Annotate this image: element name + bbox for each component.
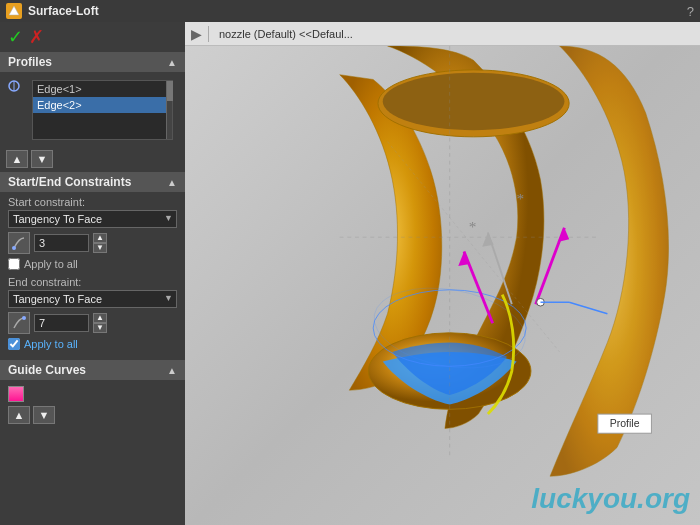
end-spinner: ▲ ▼	[93, 313, 107, 333]
action-row: ✓ ✗	[0, 22, 185, 52]
end-apply-label: Apply to all	[24, 338, 78, 350]
title-bar: Surface-Loft ?	[0, 0, 700, 22]
start-constraint-select[interactable]: Tangency To Face None Normal To Profile	[8, 210, 177, 228]
viewport-toolbar: ▶ nozzle (Default) <<Defaul...	[185, 22, 700, 46]
constraints-inner: Start constraint: Tangency To Face None …	[0, 192, 185, 360]
svg-point-7	[383, 73, 565, 130]
start-number-input[interactable]	[34, 234, 89, 252]
end-apply-checkbox[interactable]	[8, 338, 20, 350]
start-apply-checkbox[interactable]	[8, 258, 20, 270]
end-spinner-down[interactable]: ▼	[93, 323, 107, 333]
profile-up-button[interactable]: ▲	[6, 150, 28, 168]
app-icon	[6, 3, 22, 19]
start-tangent-icon[interactable]	[8, 232, 30, 254]
svg-marker-18	[558, 228, 569, 242]
end-constraint-label: End constraint:	[8, 276, 177, 288]
start-apply-label: Apply to all	[24, 258, 78, 270]
guide-arrow-buttons: ▲ ▼	[8, 406, 177, 424]
viewport[interactable]: ▶ nozzle (Default) <<Defaul...	[185, 22, 700, 525]
end-number-row: ▲ ▼	[8, 312, 177, 334]
guide-down-button[interactable]: ▼	[33, 406, 55, 424]
profiles-container: Edge<1> Edge<2>	[6, 76, 179, 144]
profile-item-2-name: Edge<2>	[37, 99, 82, 111]
constraints-collapse-icon: ▲	[167, 177, 177, 188]
svg-text:*: *	[517, 190, 525, 207]
profile-icons-col	[6, 76, 22, 144]
help-button[interactable]: ?	[687, 4, 694, 19]
profile-icon-1	[6, 78, 22, 94]
profile-down-button[interactable]: ▼	[31, 150, 53, 168]
profiles-scrollbar-thumb[interactable]	[167, 81, 173, 101]
start-constraint-label: Start constraint:	[8, 196, 177, 208]
profile-move-buttons: ▲ ▼	[6, 150, 179, 168]
start-constraint-select-wrapper: Tangency To Face None Normal To Profile	[8, 210, 177, 232]
svg-text:Profile: Profile	[610, 417, 640, 429]
main-layout: ✓ ✗ Profiles ▲ Edge<1>	[0, 22, 700, 525]
svg-point-4	[22, 316, 26, 320]
guide-curves-label: Guide Curves	[8, 363, 86, 377]
profiles-list-row: Edge<1> Edge<2>	[6, 76, 179, 144]
window-title: Surface-Loft	[28, 4, 681, 18]
3d-shape-canvas: * * Profile	[185, 46, 700, 525]
end-spinner-up[interactable]: ▲	[93, 313, 107, 323]
start-number-row: ▲ ▼	[8, 232, 177, 254]
start-spinner: ▲ ▼	[93, 233, 107, 253]
guide-icon-row-1	[8, 386, 177, 402]
profiles-section-header[interactable]: Profiles ▲	[0, 52, 185, 72]
svg-text:*: *	[469, 218, 477, 235]
end-constraint-select[interactable]: Tangency To Face None Normal To Profile	[8, 290, 177, 308]
cancel-button[interactable]: ✗	[29, 26, 44, 48]
guide-up-button[interactable]: ▲	[8, 406, 30, 424]
guide-curves-collapse-icon: ▲	[167, 365, 177, 376]
end-tangent-icon[interactable]	[8, 312, 30, 334]
start-spinner-up[interactable]: ▲	[93, 233, 107, 243]
end-constraint-select-wrapper: Tangency To Face None Normal To Profile	[8, 290, 177, 312]
guide-curves-section-header[interactable]: Guide Curves ▲	[0, 360, 185, 380]
nav-arrow-icon[interactable]: ▶	[191, 26, 202, 42]
watermark: luckyou.org	[531, 483, 690, 515]
profiles-list: Edge<1> Edge<2>	[32, 80, 173, 140]
profile-item-1[interactable]: Edge<1>	[33, 81, 172, 97]
guide-curves-inner: ▲ ▼	[0, 380, 185, 428]
constraints-label: Start/End Constraints	[8, 175, 131, 189]
profiles-scrollbar[interactable]	[166, 81, 172, 139]
guide-color-strip	[8, 386, 24, 402]
accept-button[interactable]: ✓	[8, 26, 23, 48]
profile-item-2[interactable]: Edge<2>	[33, 97, 172, 113]
end-apply-row: Apply to all	[8, 338, 177, 350]
svg-marker-0	[9, 6, 19, 15]
svg-point-3	[12, 246, 16, 250]
constraints-section-header[interactable]: Start/End Constraints ▲	[0, 172, 185, 192]
toolbar-sep-1	[208, 26, 209, 42]
end-number-input[interactable]	[34, 314, 89, 332]
profile-item-1-name: Edge<1>	[37, 83, 82, 95]
svg-line-23	[569, 302, 607, 313]
svg-marker-20	[482, 232, 493, 246]
start-apply-row: Apply to all	[8, 258, 177, 270]
model-name-label: nozzle (Default) <<Defaul...	[219, 28, 353, 40]
profiles-collapse-icon: ▲	[167, 57, 177, 68]
profiles-label: Profiles	[8, 55, 52, 69]
start-spinner-down[interactable]: ▼	[93, 243, 107, 253]
left-panel: ✓ ✗ Profiles ▲ Edge<1>	[0, 22, 185, 525]
